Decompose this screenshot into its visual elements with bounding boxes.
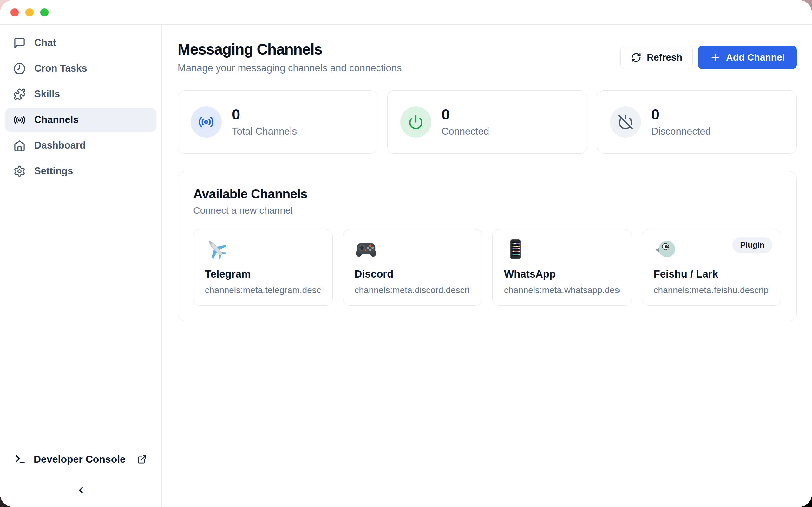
- sidebar-footer: Developer Console: [0, 448, 161, 507]
- page-title: Messaging Channels: [177, 41, 402, 58]
- channel-description: channels:meta.feishu.description: [654, 285, 770, 295]
- sidebar-item-skills[interactable]: Skills: [5, 82, 156, 106]
- sidebar-item-label: Skills: [34, 89, 60, 100]
- clock-icon: [13, 62, 26, 75]
- refresh-button-label: Refresh: [647, 52, 682, 63]
- main-content: Messaging Channels Manage your messaging…: [162, 25, 812, 507]
- bird-emoji: [654, 238, 676, 261]
- available-channels-subtitle: Connect a new channel: [193, 205, 781, 216]
- chevron-left-icon: [76, 485, 86, 495]
- close-button[interactable]: [10, 8, 19, 16]
- plugin-badge: Plugin: [732, 237, 772, 253]
- available-channels-panel: Available Channels Connect a new channel: [177, 171, 797, 321]
- stat-value: 0: [232, 107, 297, 122]
- page-subtitle: Manage your messaging channels and conne…: [177, 62, 402, 74]
- channel-card-whatsapp[interactable]: WhatsApp channels:meta.whatsapp.descrip: [492, 229, 632, 306]
- add-channel-button[interactable]: Add Channel: [698, 46, 797, 69]
- traffic-lights: [10, 8, 49, 16]
- refresh-icon: [631, 52, 641, 63]
- stat-label: Connected: [442, 126, 489, 137]
- channels-row: Telegram channels:meta.telegram.descript: [193, 229, 781, 306]
- stat-card-connected: 0 Connected: [387, 90, 587, 154]
- sidebar-item-label: Channels: [34, 114, 79, 125]
- sidebar-collapse-button[interactable]: [0, 483, 161, 498]
- developer-console-label: Developer Console: [34, 453, 130, 465]
- channel-description: channels:meta.discord.descriptic: [355, 285, 471, 295]
- plus-icon: [710, 52, 721, 63]
- sidebar-item-chat[interactable]: Chat: [5, 31, 156, 55]
- external-link-icon: [137, 454, 147, 464]
- channel-name: WhatsApp: [504, 268, 620, 280]
- sidebar-item-cron-tasks[interactable]: Cron Tasks: [5, 57, 156, 80]
- channel-card-feishu-lark[interactable]: Plugin Feishu / Lark channels:meta.feish…: [642, 229, 781, 306]
- stats-row: 0 Total Channels 0 Connected: [177, 90, 797, 154]
- stat-label: Total Channels: [232, 126, 297, 137]
- puzzle-icon: [13, 88, 26, 101]
- add-channel-button-label: Add Channel: [726, 52, 785, 63]
- titlebar: [0, 0, 812, 25]
- stat-card-disconnected: 0 Disconnected: [597, 90, 797, 154]
- mobile-phone-emoji: [504, 238, 527, 261]
- sidebar-item-label: Cron Tasks: [34, 63, 87, 74]
- app-body: Chat Cron Tasks Skills Channels Dashboar: [0, 25, 812, 507]
- channel-description: channels:meta.whatsapp.descrip: [504, 285, 620, 295]
- channel-card-discord[interactable]: Discord channels:meta.discord.descriptic: [343, 229, 483, 306]
- sidebar: Chat Cron Tasks Skills Channels Dashboar: [0, 25, 162, 507]
- power-off-icon: [610, 107, 641, 137]
- minimize-button[interactable]: [26, 8, 34, 16]
- sidebar-item-label: Dashboard: [34, 140, 86, 151]
- page-header: Messaging Channels Manage your messaging…: [177, 41, 797, 74]
- channel-description: channels:meta.telegram.descript: [205, 285, 321, 295]
- available-channels-title: Available Channels: [193, 187, 781, 202]
- chat-bubble-icon: [13, 37, 26, 49]
- sidebar-nav: Chat Cron Tasks Skills Channels Dashboar: [0, 31, 161, 185]
- channel-name: Telegram: [205, 268, 321, 280]
- terminal-icon: [14, 453, 26, 465]
- refresh-button[interactable]: Refresh: [620, 46, 693, 69]
- power-icon: [400, 107, 432, 137]
- app-window: Chat Cron Tasks Skills Channels Dashboar: [0, 0, 812, 507]
- sidebar-item-settings[interactable]: Settings: [5, 159, 156, 183]
- sidebar-item-channels[interactable]: Channels: [5, 108, 156, 131]
- sidebar-item-label: Settings: [34, 165, 73, 177]
- broadcast-icon: [13, 114, 26, 126]
- stat-value: 0: [442, 107, 489, 122]
- channel-name: Discord: [355, 268, 471, 280]
- stat-value: 0: [651, 107, 711, 122]
- airplane-emoji: [205, 238, 228, 261]
- stat-label: Disconnected: [651, 126, 711, 137]
- stat-card-total-channels: 0 Total Channels: [177, 90, 377, 154]
- header-actions: Refresh Add Channel: [620, 41, 797, 69]
- channel-name: Feishu / Lark: [654, 268, 770, 280]
- home-icon: [13, 139, 26, 152]
- gear-icon: [13, 165, 26, 177]
- maximize-button[interactable]: [40, 8, 49, 16]
- sidebar-item-label: Chat: [34, 37, 56, 49]
- game-controller-emoji: [355, 238, 377, 261]
- channel-card-telegram[interactable]: Telegram channels:meta.telegram.descript: [193, 229, 333, 306]
- sidebar-item-dashboard[interactable]: Dashboard: [5, 134, 156, 157]
- developer-console-link[interactable]: Developer Console: [0, 448, 161, 470]
- broadcast-icon: [191, 107, 222, 137]
